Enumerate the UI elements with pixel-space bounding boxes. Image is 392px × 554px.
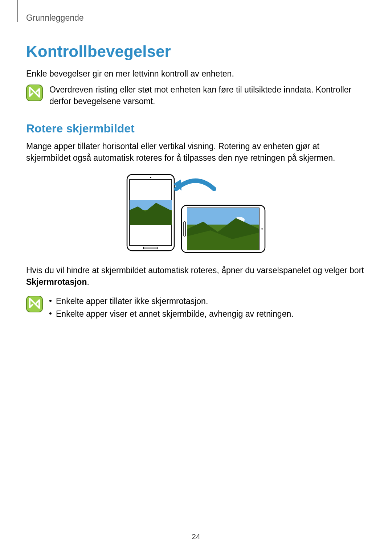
rotation-figure	[26, 171, 366, 254]
body-text-2-pre: Hvis du vil hindre at skjermbildet autom…	[26, 266, 364, 275]
note-icon	[26, 85, 43, 101]
bullet-dot-icon	[49, 312, 52, 315]
bullet-text-2: Enkelte apper viser et annet skjermbilde…	[56, 308, 294, 320]
body-text-2: Hvis du vil hindre at skjermbildet autom…	[26, 264, 366, 288]
bullet-dot-icon	[49, 300, 52, 302]
svg-point-3	[150, 177, 151, 178]
svg-rect-13	[187, 208, 259, 225]
list-item: Enkelte apper tillater ikke skjermrotasj…	[49, 295, 366, 308]
note-text-1: Overdreven risting eller støt mot enhete…	[49, 84, 366, 107]
note-block-2: Enkelte apper tillater ikke skjermrotasj…	[26, 295, 366, 320]
bullet-text-1: Enkelte apper tillater ikke skjermrotasj…	[56, 295, 208, 308]
note-icon	[26, 296, 43, 312]
body-text-1: Mange apper tillater horisontal eller ve…	[26, 140, 366, 164]
intro-text: Enkle bevegelser gir en mer lettvinn kon…	[26, 68, 366, 79]
list-item: Enkelte apper viser et annet skjermbilde…	[49, 308, 366, 320]
bullet-list: Enkelte apper tillater ikke skjermrotasj…	[49, 295, 366, 320]
page-content: Grunnleggende Kontrollbevegelser Enkle b…	[0, 0, 392, 320]
page-title: Kontrollbevegelser	[26, 42, 366, 61]
body-text-2-bold: Skjermrotasjon	[26, 277, 87, 287]
margin-divider	[17, 0, 18, 22]
section-title-rotate: Rotere skjermbildet	[26, 122, 366, 135]
body-text-2-post: .	[87, 277, 89, 287]
svg-point-10	[261, 228, 263, 230]
note-block-1: Overdreven risting eller støt mot enhete…	[26, 84, 366, 107]
page-number: 24	[0, 532, 392, 541]
breadcrumb: Grunnleggende	[26, 13, 366, 23]
